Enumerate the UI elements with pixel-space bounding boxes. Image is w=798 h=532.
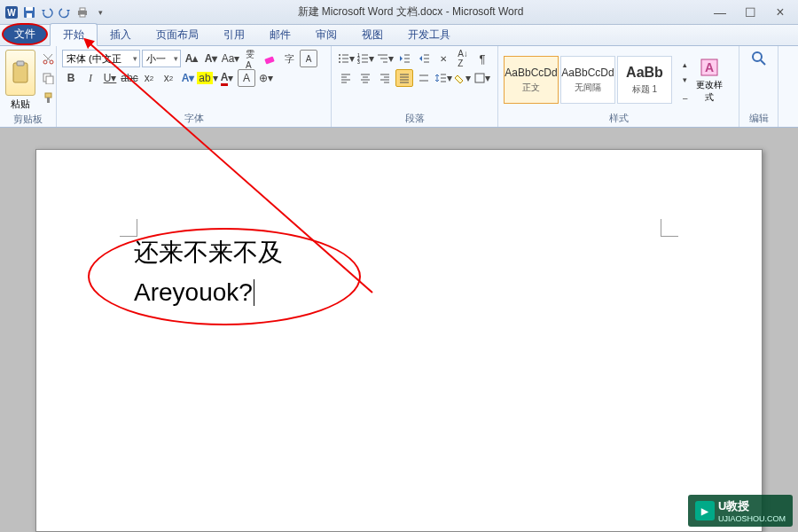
decrease-indent-button[interactable] [395,50,413,67]
phonetic-guide-button[interactable]: 雯A [241,50,259,67]
margin-marker-tr [661,219,678,237]
grow-font-button[interactable]: A▴ [183,50,200,67]
save-icon[interactable] [21,4,37,20]
font-color-button[interactable]: A▾ [218,69,236,87]
group-styles: AaBbCcDd 正文 AaBbCcDd 无间隔 AaBb 标题 1 ▴ ▾ ⎯… [498,46,739,127]
border-icon [474,73,485,83]
distribute-icon [418,72,430,84]
redo-icon[interactable] [57,4,73,20]
style-preview: AaBbCcDd [505,66,557,79]
strike-button[interactable]: abc [121,69,138,87]
text-effects-button[interactable]: A▾ [179,69,197,87]
change-case-button[interactable]: Aa▾ [222,50,239,67]
numbering-icon: 123 [356,52,369,65]
numbering-button[interactable]: 123▾ [356,50,374,67]
tab-home[interactable]: 开始 [50,23,98,46]
close-button[interactable]: × [773,5,787,20]
cut-button[interactable] [39,50,57,67]
text-direction-button[interactable]: ✕ [434,50,452,67]
svg-rect-3 [26,7,33,11]
align-center-button[interactable] [356,69,374,87]
watermark: ▶ U教授 UJIAOSHOU.COM [688,495,793,527]
align-right-button[interactable] [376,69,394,87]
group-editing: 编辑 [739,46,778,127]
find-icon[interactable] [750,50,768,67]
svg-point-64 [753,52,762,61]
char-shading-button[interactable]: A [238,69,255,87]
format-painter-button[interactable] [39,89,57,106]
superscript-button[interactable]: x2 [160,69,177,87]
word-icon[interactable]: W [4,4,20,20]
paste-button[interactable] [5,50,35,96]
styles-gallery[interactable]: AaBbCcDd 正文 AaBbCcDd 无间隔 AaBb 标题 1 [504,56,672,104]
undo-icon[interactable] [39,4,55,20]
print-icon[interactable] [74,4,90,20]
doc-line-2[interactable]: Areyouok? [134,278,253,306]
borders-button[interactable]: ▾ [473,69,491,87]
increase-indent-button[interactable] [415,50,433,67]
enclose-char-button[interactable]: 字 [280,50,298,67]
line-spacing-button[interactable]: ▾ [434,69,452,87]
ribbon-tabs: 文件 开始 插入 页面布局 引用 邮件 审阅 视图 开发工具 [0,25,798,46]
underline-button[interactable]: U▾ [101,69,119,87]
outdent-icon [398,52,411,65]
svg-rect-17 [47,98,50,103]
style-preview: AaBb [626,65,663,81]
styles-group-label: 样式 [504,110,733,125]
document-text[interactable]: 还来不来不及 Areyouok? [134,233,664,313]
sort-button[interactable]: A↓Z [454,50,472,67]
show-marks-button[interactable]: ¶ [473,50,491,67]
tab-file[interactable]: 文件 [2,23,48,45]
tab-insert[interactable]: 插入 [98,24,144,45]
italic-button[interactable]: I [82,69,99,87]
tab-developer[interactable]: 开发工具 [395,24,463,45]
margin-marker-tl [120,219,137,237]
bullets-button[interactable]: ▾ [337,50,355,67]
document-page[interactable]: 还来不来不及 Areyouok? [35,149,763,532]
highlight-button[interactable]: ab▾ [199,69,216,87]
document-background: 还来不来不及 Areyouok? [0,128,798,532]
multilevel-button[interactable]: ▾ [376,50,394,67]
maximize-button[interactable]: ☐ [743,5,757,20]
shrink-font-button[interactable]: A▾ [202,50,220,67]
align-justify-icon [398,72,411,84]
tab-review[interactable]: 审阅 [303,24,349,45]
svg-rect-9 [17,61,24,66]
change-styles-label: 更改样式 [693,79,725,104]
window-title: 新建 Microsoft Word 文档.docx - Microsoft Wo… [108,4,713,20]
style-nospacing[interactable]: AaBbCcDd 无间隔 [560,56,615,104]
font-name-combo[interactable]: 宋体 (中文正 [62,50,140,67]
brush-icon [42,91,54,104]
style-name-normal: 正文 [522,82,540,94]
distribute-button[interactable] [415,69,433,87]
svg-rect-7 [80,14,85,17]
copy-button[interactable] [39,69,57,87]
subscript-button[interactable]: x2 [140,69,158,87]
watermark-icon: ▶ [695,501,715,520]
style-name-nospacing: 无间隔 [575,82,601,94]
font-size-combo[interactable]: 小一 [142,50,181,67]
asian-layout-button[interactable]: ⊕▾ [257,69,275,87]
watermark-url: UJIAOSHOU.COM [718,514,786,523]
doc-line-1[interactable]: 还来不来不及 [134,233,664,273]
qat-dropdown-icon[interactable]: ▾ [92,4,108,20]
tab-references[interactable]: 引用 [211,24,257,45]
clear-format-button[interactable] [261,50,278,67]
linespacing-icon [434,72,447,84]
group-paragraph: ▾ 123▾ ▾ ✕ A↓Z ¶ ▾ ▾ ▾ 段落 [332,46,498,127]
tab-view[interactable]: 视图 [349,24,395,45]
align-left-button[interactable] [337,69,355,87]
char-border-button[interactable]: A [300,50,317,67]
svg-rect-15 [46,76,53,84]
text-cursor [254,279,254,306]
style-heading1[interactable]: AaBb 标题 1 [617,56,672,104]
shading-button[interactable]: ▾ [454,69,472,87]
align-center-icon [359,72,372,84]
tab-layout[interactable]: 页面布局 [144,24,211,45]
change-styles-button[interactable]: A 更改样式 [690,56,729,104]
bold-button[interactable]: B [62,69,80,87]
align-justify-button[interactable] [395,69,413,87]
style-normal[interactable]: AaBbCcDd 正文 [504,56,559,104]
tab-mailings[interactable]: 邮件 [257,24,303,45]
minimize-button[interactable]: — [713,5,727,20]
